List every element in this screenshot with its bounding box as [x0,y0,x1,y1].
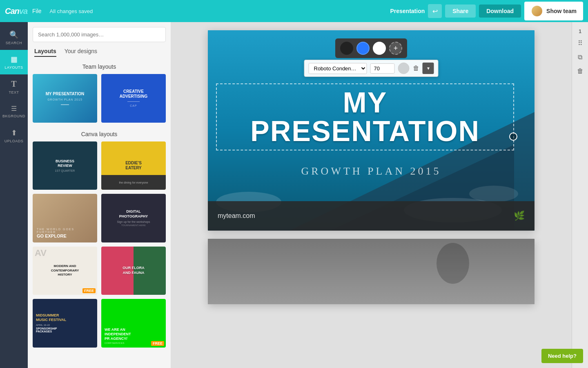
font-select[interactable]: Roboto Conden… [309,63,367,74]
file-menu[interactable]: File [32,8,42,14]
font-size-input[interactable] [370,63,395,74]
slide-2[interactable] [208,239,535,304]
canvas-area: + Roboto Conden… 🗑 ▾ MY PRESENTATION GRO… [171,22,572,368]
color-picker-toolbar: + [335,38,407,58]
slide-url: myteam.com [218,212,255,220]
layout-thumb-midsummer[interactable]: MIDSUMMERMUSIC FESTIVAL APRIL 19-22 SPON… [33,299,97,348]
free-badge: FREE [82,288,96,293]
sidebar-item-text[interactable]: T TEXT [0,74,28,99]
layout-thumb-weare-agency[interactable]: WE ARE ANINDEPENDENTPR AGENCY/ CORP.SERV… [101,299,166,348]
slide-subtitle-area: GROWTH PLAN 2015 [208,157,535,177]
sidebar-item-background[interactable]: ☰ BKGROUND [0,99,28,123]
team-layouts-section: Team layouts MY PRESENTATION GROWTH PLAN… [33,63,166,123]
add-color-button[interactable]: + [389,42,402,55]
layout-thumb-digital-photography[interactable]: DIGITALPHOTOGRAPHY Sign up for the works… [101,194,166,242]
text-icon: T [11,79,16,89]
team-layouts-grid: MY PRESENTATION GROWTH PLAN 2015 CREATIV… [33,74,166,123]
free-badge-2: FREE [151,341,164,346]
sidebar-item-uploads[interactable]: ⬆ UPLOADS [0,123,28,148]
rotate-handle[interactable] [509,132,517,141]
font-toolbar: Roboto Conden… 🗑 ▾ [304,60,439,77]
layout-thumb-creative-advertising[interactable]: CREATIVEADVERTISING CAP [101,74,166,123]
topbar: Canva File All changes saved Presentatio… [0,0,588,22]
tab-layouts[interactable]: Layouts [34,48,56,57]
search-icon: 🔍 [9,30,18,39]
autosave-status: All changes saved [50,8,93,14]
logo[interactable]: Canva [5,7,27,16]
slide-title-text[interactable]: MY PRESENTATION [225,88,505,146]
team-layouts-title: Team layouts [33,63,166,70]
copy-icon[interactable]: ⧉ [576,52,584,63]
user-avatar [531,5,543,17]
show-team-button[interactable]: Show team [524,2,583,20]
color-white[interactable] [373,42,386,55]
more-options-button[interactable]: ▾ [423,63,434,74]
right-sidebar: 1 ⠿ ⧉ 🗑 [572,22,588,368]
layout-thumb-my-presentation[interactable]: MY PRESENTATION GROWTH PLAN 2015 [33,74,97,123]
color-black[interactable] [340,42,353,55]
font-color-swatch[interactable] [398,63,410,74]
layout-thumb-eddies-eatery[interactable]: EDDIE'SEATERY the dining for everyone [101,141,166,190]
panel-tabs: Layouts Your designs [33,48,166,57]
layouts-icon: ▦ [11,55,18,64]
canva-layouts-grid: BUSINESSREVIEW 1ST QUARTER EDDIE'SEATERY… [33,141,166,348]
svg-point-7 [437,243,469,284]
uploads-icon: ⬆ [11,128,17,137]
slide-logo-icon: 🌿 [514,211,525,221]
layouts-panel: Layouts Your designs Team layouts MY PRE… [28,22,171,368]
sidebar-item-search[interactable]: 🔍 SEARCH [0,25,28,50]
slide-number-indicator: 1 [579,29,581,34]
svg-point-5 [469,186,518,202]
color-blue[interactable] [356,42,370,55]
background-icon: ☰ [11,105,17,112]
canva-layouts-section: Canva layouts BUSINESSREVIEW 1ST QUARTER… [33,131,166,348]
delete-slide-icon[interactable]: 🗑 [575,66,585,76]
tab-your-designs[interactable]: Your designs [65,48,97,57]
grid-icon[interactable]: ⠿ [576,38,584,49]
text-selection-area[interactable]: MY PRESENTATION [216,83,514,150]
slide2-background [208,239,535,304]
slide-subtitle-text[interactable]: GROWTH PLAN 2015 [208,165,535,177]
undo-button[interactable]: ↩ [428,4,442,18]
canva-layouts-title: Canva layouts [33,131,166,137]
delete-text-button[interactable]: 🗑 [413,65,419,72]
layout-thumb-flora-fauna[interactable]: OUR FLORAAND FAUNA [101,247,166,295]
search-input[interactable] [33,27,166,42]
download-button[interactable]: Download [479,4,521,18]
slide-1[interactable]: + Roboto Conden… 🗑 ▾ MY PRESENTATION GRO… [208,30,535,231]
share-button[interactable]: Share [445,4,476,18]
icon-bar: 🔍 SEARCH ▦ LAYOUTS T TEXT ☰ BKGROUND ⬆ U… [0,22,28,368]
sidebar-item-layouts[interactable]: ▦ LAYOUTS [0,50,28,74]
undo-icon: ↩ [432,7,438,15]
layout-thumb-go-explore[interactable]: THE WORLD GOES FURTHER GO EXPLORE [33,194,97,242]
help-button[interactable]: Need help? [541,349,583,363]
svg-rect-6 [208,239,535,304]
layout-thumb-business-review[interactable]: BUSINESSREVIEW 1ST QUARTER [33,141,97,190]
slide-footer: myteam.com 🌿 [208,201,535,231]
presentation-label: Presentation [390,8,425,14]
layout-thumb-modern-contemporary[interactable]: AV MODERN ANDCONTEMPORARYHISTORY FREE [33,247,97,295]
